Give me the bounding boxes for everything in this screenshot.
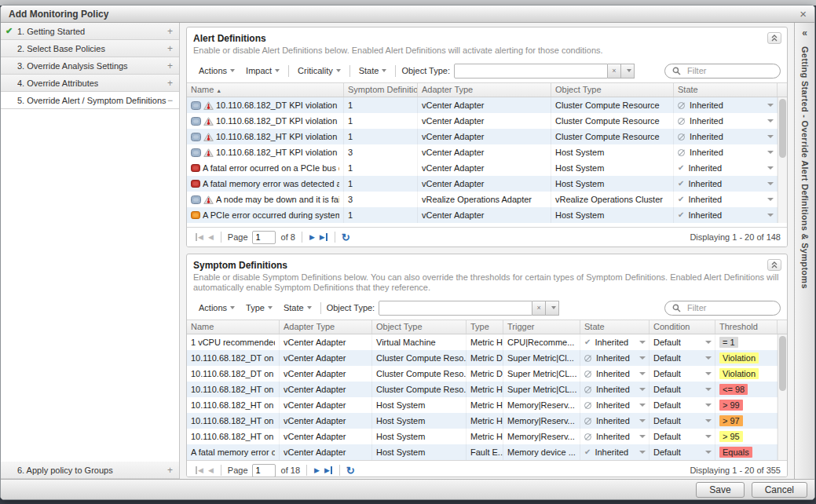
column-header-trigger[interactable]: Trigger xyxy=(503,320,580,334)
combo-dropdown-icon[interactable] xyxy=(546,301,559,316)
page-number-input[interactable] xyxy=(252,464,276,477)
column-header-symptom-definitions[interactable]: Symptom Definitions xyxy=(344,83,418,97)
state-dropdown-cell[interactable]: Inherited xyxy=(674,113,778,129)
step-expander-icon[interactable]: + xyxy=(167,61,173,71)
panel-collapse-icon[interactable] xyxy=(767,32,781,44)
step-item-6-apply-policy-to-groups[interactable]: 6. Apply policy to Groups+ xyxy=(1,462,179,479)
table-row[interactable]: A PCIe error occurred during system ...1… xyxy=(187,207,787,223)
first-page-icon[interactable]: ◀ xyxy=(196,233,203,241)
alert-menu-impact[interactable]: Impact xyxy=(240,64,285,78)
last-page-icon[interactable]: ▶ xyxy=(320,233,327,241)
table-row[interactable]: 10.110.68.182_HT on ...vCenter AdapterHo… xyxy=(187,413,787,429)
table-row[interactable]: A fatal memory error was detected at ...… xyxy=(187,176,787,192)
column-header-name[interactable]: Name▲ xyxy=(187,83,344,97)
table-row[interactable]: A fatal memory error o...vCenter Adapter… xyxy=(187,444,787,460)
state-dropdown-cell[interactable]: Inherited xyxy=(580,366,650,382)
column-header-type[interactable]: Type xyxy=(467,320,503,334)
page-number-input[interactable] xyxy=(252,231,276,244)
condition-dropdown-cell[interactable]: Default xyxy=(650,413,715,429)
column-header-threshold[interactable]: Threshold xyxy=(715,320,778,334)
table-row[interactable]: A fatal error ocurred on a PCIe bus du..… xyxy=(187,160,787,176)
condition-dropdown-cell[interactable]: Default xyxy=(650,382,715,397)
state-dropdown-cell[interactable]: ✔Inherited xyxy=(674,176,778,192)
symptom-filter-input[interactable] xyxy=(686,302,773,313)
previous-page-icon[interactable]: ◀ xyxy=(208,466,214,474)
object-type-input[interactable] xyxy=(379,301,532,316)
table-row[interactable]: 10.110.68.182_DT on ...vCenter AdapterCl… xyxy=(187,350,787,366)
table-row[interactable]: 10.110.68.182_HT on ...vCenter AdapterHo… xyxy=(187,429,787,444)
object-type-input[interactable] xyxy=(454,64,608,79)
state-dropdown-cell[interactable]: ✔Inherited xyxy=(674,207,778,223)
alert-menu-state[interactable]: State xyxy=(353,64,393,78)
condition-dropdown-cell[interactable]: Default xyxy=(650,444,715,460)
previous-page-icon[interactable]: ◀ xyxy=(208,233,214,241)
state-dropdown-cell[interactable]: Inherited xyxy=(580,429,650,444)
save-button[interactable]: Save xyxy=(696,482,744,498)
step-item-4-override-attributes[interactable]: 4. Override Attributes+ xyxy=(1,75,179,92)
column-header-adapter-type[interactable]: Adapter Type xyxy=(280,320,372,334)
state-dropdown-cell[interactable]: Inherited xyxy=(674,144,778,160)
first-page-icon[interactable]: ◀ xyxy=(196,466,203,474)
step-item-1-getting-started[interactable]: ✔1. Getting Started+ xyxy=(1,23,179,40)
cancel-button[interactable]: Cancel xyxy=(752,482,807,498)
table-row[interactable]: 10.110.68.182_HT KPI violation o...1vCen… xyxy=(187,129,787,144)
state-dropdown-cell[interactable]: Inherited xyxy=(580,413,650,429)
symptom-menu-state[interactable]: State xyxy=(278,301,317,315)
state-dropdown-cell[interactable]: ✔Inherited xyxy=(674,192,778,207)
close-icon[interactable]: × xyxy=(800,8,807,20)
scrollbar-thumb[interactable] xyxy=(779,99,786,158)
table-row[interactable]: A node may be down and it is faili...3vR… xyxy=(187,192,787,207)
step-expander-icon[interactable]: + xyxy=(167,44,173,53)
step-item-2-select-base-policies[interactable]: 2. Select Base Policies+ xyxy=(1,40,179,57)
step-expander-icon[interactable]: − xyxy=(167,96,173,105)
symptom-menu-type[interactable]: Type xyxy=(240,301,278,315)
symptom-menu-actions[interactable]: Actions xyxy=(193,301,240,315)
column-header-state[interactable]: State xyxy=(674,83,778,97)
combo-dropdown-icon[interactable] xyxy=(621,64,635,79)
column-header-adapter-type[interactable]: Adapter Type xyxy=(418,83,551,97)
table-row[interactable]: 10.110.68.182_DT on ...vCenter AdapterCl… xyxy=(187,366,787,382)
step-expander-icon[interactable]: + xyxy=(167,79,173,88)
refresh-icon[interactable]: ↻ xyxy=(342,232,350,243)
state-dropdown-cell[interactable]: ✔Inherited xyxy=(580,444,650,460)
state-dropdown-cell[interactable]: Inherited xyxy=(580,397,650,413)
alert-menu-criticality[interactable]: Criticality xyxy=(292,64,346,78)
step-expander-icon[interactable]: + xyxy=(167,27,173,36)
column-header-object-type[interactable]: Object Type xyxy=(551,83,674,97)
step-item-3-override-analysis-settings[interactable]: 3. Override Analysis Settings+ xyxy=(1,57,179,75)
alert-menu-actions[interactable]: Actions xyxy=(193,64,240,78)
next-page-icon[interactable]: ▶ xyxy=(314,466,320,474)
table-row[interactable]: 10.110.68.182_DT KPI violation o...1vCen… xyxy=(187,113,787,129)
scrollbar-thumb[interactable] xyxy=(779,336,786,391)
table-row[interactable]: 10.110.68.182_HT KPI violation o...3vCen… xyxy=(187,144,787,160)
state-dropdown-cell[interactable]: Inherited xyxy=(674,97,778,113)
expand-panel-icon[interactable]: « xyxy=(802,27,807,38)
combo-clear-icon[interactable]: × xyxy=(608,64,621,79)
combo-clear-icon[interactable]: × xyxy=(532,301,546,316)
state-dropdown-cell[interactable]: Inherited xyxy=(580,350,650,366)
condition-dropdown-cell[interactable]: Default xyxy=(650,350,715,366)
vertical-scrollbar[interactable] xyxy=(778,334,787,460)
condition-dropdown-cell[interactable]: Default xyxy=(650,397,715,413)
column-header-state[interactable]: State xyxy=(580,320,650,334)
condition-dropdown-cell[interactable]: Default xyxy=(650,366,715,382)
step-expander-icon[interactable]: + xyxy=(167,466,173,475)
alert-filter-input[interactable] xyxy=(686,65,773,76)
condition-dropdown-cell[interactable]: Default xyxy=(650,429,715,444)
refresh-icon[interactable]: ↻ xyxy=(346,465,355,477)
step-item-5-override-alert-symptom-definitions[interactable]: 5. Override Alert / Symptom Definitions− xyxy=(1,92,179,109)
column-header-condition[interactable]: Condition xyxy=(650,320,715,334)
table-row[interactable]: 10.110.68.182_DT KPI violation o...1vCen… xyxy=(187,97,787,113)
panel-collapse-icon[interactable] xyxy=(767,259,781,271)
table-row[interactable]: 10.110.68.182_HT on ...vCenter AdapterHo… xyxy=(187,397,787,413)
condition-dropdown-cell[interactable]: Default xyxy=(650,334,715,350)
state-dropdown-cell[interactable]: Inherited xyxy=(674,129,778,144)
table-row[interactable]: 1 vCPU recommended...vCenter AdapterVirt… xyxy=(187,334,787,350)
state-dropdown-cell[interactable]: Inherited xyxy=(580,382,650,397)
last-page-icon[interactable]: ▶ xyxy=(324,466,332,474)
state-dropdown-cell[interactable]: ✔Inherited xyxy=(674,160,778,176)
vertical-scrollbar[interactable] xyxy=(778,97,787,223)
collapsed-getting-started-tab[interactable]: « Getting Started - Override Alert Defin… xyxy=(794,23,814,479)
next-page-icon[interactable]: ▶ xyxy=(309,233,315,241)
state-dropdown-cell[interactable]: ✔Inherited xyxy=(580,334,650,350)
